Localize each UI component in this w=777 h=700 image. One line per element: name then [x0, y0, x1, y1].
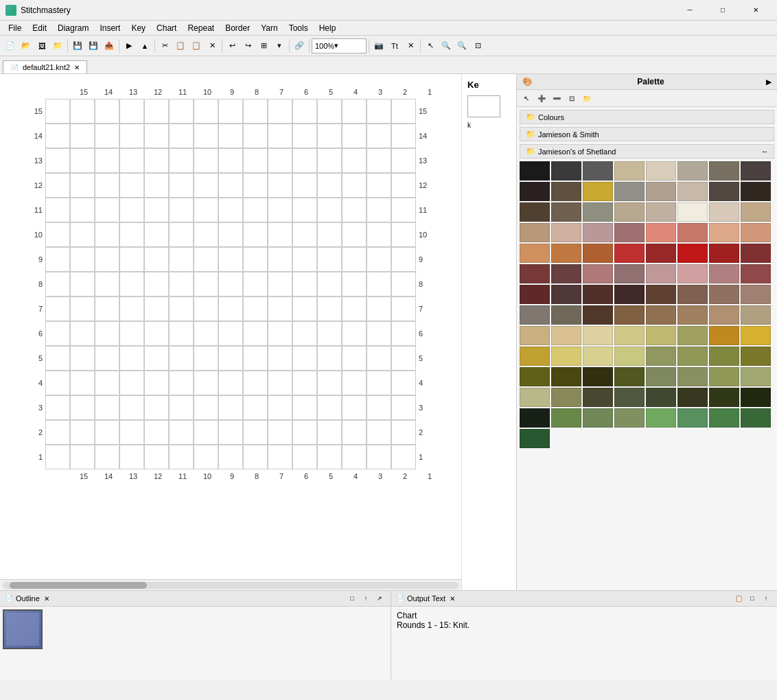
- grid-cell[interactable]: [45, 198, 70, 222]
- grid-cell[interactable]: [317, 198, 342, 222]
- grid-cell[interactable]: [268, 247, 292, 272]
- grid-cell[interactable]: [119, 99, 144, 124]
- grid-button[interactable]: ⊞: [256, 38, 271, 54]
- grid-cell[interactable]: [144, 346, 169, 371]
- palette-expand[interactable]: ▶: [766, 78, 772, 86]
- grid-cell[interactable]: [342, 296, 367, 321]
- grid-cell[interactable]: [292, 420, 317, 445]
- grid-cell[interactable]: [367, 272, 391, 296]
- grid-cell[interactable]: [70, 222, 95, 247]
- new-button[interactable]: 📄: [3, 38, 18, 54]
- palette-cursor-btn[interactable]: ↖: [520, 91, 533, 105]
- grid-cell[interactable]: [243, 198, 268, 222]
- zoom-in-button[interactable]: 🔍: [439, 38, 454, 54]
- grid-cell[interactable]: [70, 247, 95, 272]
- grid-cell[interactable]: [144, 272, 169, 296]
- color-swatch[interactable]: [583, 347, 613, 366]
- grid-cell[interactable]: [292, 445, 317, 469]
- color-swatch[interactable]: [741, 367, 771, 386]
- grid-cell[interactable]: [367, 321, 391, 346]
- color-swatch[interactable]: [677, 326, 708, 345]
- grid-cell[interactable]: [169, 99, 194, 124]
- grid-cell[interactable]: [292, 198, 317, 222]
- grid-cell[interactable]: [119, 445, 144, 469]
- grid-cell[interactable]: [119, 296, 144, 321]
- camera-button[interactable]: 📷: [371, 38, 386, 54]
- grid-cell[interactable]: [194, 420, 218, 445]
- color-swatch[interactable]: [551, 388, 581, 407]
- grid-cell[interactable]: [95, 321, 119, 346]
- grid-cell[interactable]: [367, 346, 391, 371]
- grid-cell[interactable]: [194, 247, 218, 272]
- color-swatch[interactable]: [583, 367, 613, 386]
- grid-cell[interactable]: [45, 148, 70, 173]
- cursor-button[interactable]: ↖: [423, 38, 438, 54]
- grid-cell[interactable]: [268, 321, 292, 346]
- grid-cell[interactable]: [95, 99, 119, 124]
- color-swatch[interactable]: [520, 202, 550, 222]
- save2-button[interactable]: 💾: [86, 38, 101, 54]
- grid-cell[interactable]: [194, 148, 218, 173]
- grid-cell[interactable]: [194, 198, 218, 222]
- grid-cell[interactable]: [243, 321, 268, 346]
- grid-cell[interactable]: [95, 198, 119, 222]
- color-swatch[interactable]: [520, 367, 550, 386]
- grid-cell[interactable]: [268, 124, 292, 148]
- grid-cell[interactable]: [45, 420, 70, 445]
- grid-cell[interactable]: [367, 395, 391, 420]
- stop-button[interactable]: ▲: [137, 38, 152, 54]
- color-swatch[interactable]: [551, 347, 581, 366]
- grid-cell[interactable]: [169, 173, 194, 198]
- grid-cell[interactable]: [119, 222, 144, 247]
- horizontal-scrollbar[interactable]: [0, 579, 461, 590]
- color-swatch[interactable]: [551, 285, 581, 304]
- grid-cell[interactable]: [367, 371, 391, 395]
- grid-cell[interactable]: [367, 420, 391, 445]
- grid-cell[interactable]: [292, 272, 317, 296]
- grid-cell[interactable]: [45, 247, 70, 272]
- grid-cell[interactable]: [169, 148, 194, 173]
- grid-cell[interactable]: [243, 445, 268, 469]
- color-swatch[interactable]: [583, 305, 613, 325]
- grid-cell[interactable]: [169, 247, 194, 272]
- grid-cell[interactable]: [119, 148, 144, 173]
- open2-button[interactable]: 📁: [50, 38, 65, 54]
- grid-cell[interactable]: [218, 371, 243, 395]
- grid-cell[interactable]: [45, 296, 70, 321]
- grid-cell[interactable]: [169, 124, 194, 148]
- grid-cell[interactable]: [317, 420, 342, 445]
- grid-cell[interactable]: [292, 247, 317, 272]
- color-swatch[interactable]: [583, 202, 613, 222]
- grid-cell[interactable]: [342, 198, 367, 222]
- color-swatch[interactable]: [551, 305, 581, 325]
- grid-cell[interactable]: [45, 99, 70, 124]
- grid-cell[interactable]: [169, 222, 194, 247]
- grid-cell[interactable]: [144, 445, 169, 469]
- color-swatch[interactable]: [520, 388, 550, 407]
- grid-cell[interactable]: [391, 445, 416, 469]
- color-swatch[interactable]: [677, 388, 708, 407]
- color-swatch[interactable]: [520, 161, 550, 180]
- color-swatch[interactable]: [741, 347, 771, 366]
- grid-cell[interactable]: [194, 346, 218, 371]
- grid-cell[interactable]: [70, 395, 95, 420]
- grid-cell[interactable]: [45, 321, 70, 346]
- grid-cell[interactable]: [70, 346, 95, 371]
- grid-cell[interactable]: [119, 272, 144, 296]
- grid-cell[interactable]: [268, 445, 292, 469]
- grid-cell[interactable]: [391, 124, 416, 148]
- grid-cell[interactable]: [292, 296, 317, 321]
- grid-cell[interactable]: [218, 346, 243, 371]
- grid-cell[interactable]: [268, 198, 292, 222]
- grid-cell[interactable]: [268, 222, 292, 247]
- grid-cell[interactable]: [70, 99, 95, 124]
- cut-button[interactable]: ✂: [157, 38, 172, 54]
- grid-cell[interactable]: [144, 148, 169, 173]
- grid-cell[interactable]: [119, 321, 144, 346]
- grid-cell[interactable]: [194, 296, 218, 321]
- grid-cell[interactable]: [317, 148, 342, 173]
- grid-cell[interactable]: [391, 346, 416, 371]
- color-swatch[interactable]: [709, 285, 739, 304]
- grid-cell[interactable]: [169, 272, 194, 296]
- grid-cell[interactable]: [194, 222, 218, 247]
